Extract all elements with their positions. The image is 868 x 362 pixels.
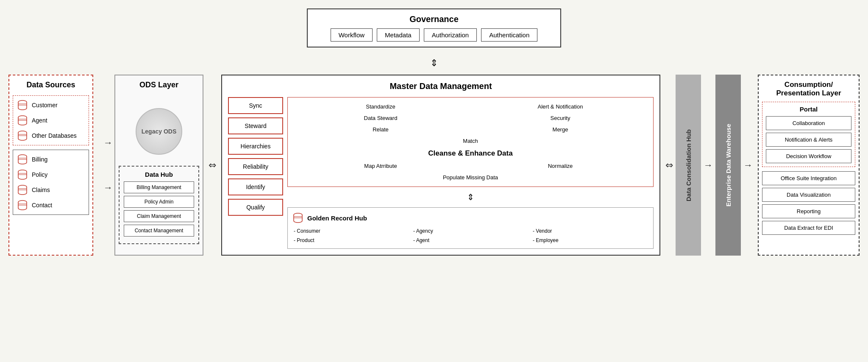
mdm-title: Master Data Management: [228, 81, 654, 91]
legacy-ods: Legacy ODS: [136, 108, 182, 155]
portal-group: Portal Collaboration Notification & Aler…: [762, 102, 855, 167]
data-consolidation-label: Data Consolidation Hub: [685, 129, 692, 201]
consumption-data-extract: Data Extract for EDI: [762, 221, 855, 235]
mdm-map-attribute: Map Atrribute: [292, 161, 469, 171]
governance-arrow: ⇕: [8, 58, 860, 69]
consumption-data-viz: Data Visualization: [762, 188, 855, 202]
mdm-btn-hierarchies: Hierarchies: [228, 138, 283, 155]
hub-policy: Policy Admin: [124, 196, 194, 208]
ds-claims: Claims: [17, 184, 85, 196]
data-sources-group2: Billing Policy: [13, 150, 89, 215]
mdm-standardize: Standardize: [292, 102, 469, 111]
mdm-updown-arrow: ⇕: [287, 192, 654, 202]
hub-claim: Claim Management: [124, 210, 194, 222]
arrow-mdm-consolidation: ⇔: [665, 75, 674, 256]
database-icon-policy: [17, 169, 28, 181]
hub-billing: Billing Management: [124, 181, 194, 193]
governance-workflow: Workflow: [331, 28, 373, 42]
database-icon-agent: [17, 114, 28, 126]
data-sources-title: Data Sources: [13, 81, 89, 89]
database-icon-otherdbs: [17, 130, 28, 142]
database-icon-customer: [17, 99, 28, 111]
mdm-btn-reliability: Reliability: [228, 158, 283, 175]
ds-customer: Customer: [17, 99, 85, 111]
mdm-row3: Relate Merge: [292, 125, 649, 134]
ds-billing-label: Billing: [32, 156, 47, 163]
arrow-ds-ods: → →: [102, 75, 114, 256]
mdm-data-steward: Data Steward: [292, 113, 469, 123]
governance-items: Workflow Metadata Authorization Authenti…: [320, 28, 548, 42]
golden-record-title: Golden Record Hub: [307, 214, 367, 222]
mdm-cleanse: Cleanse & Enhance Data: [292, 146, 649, 161]
mdm-merge: Merge: [472, 125, 649, 134]
database-icon-contact: [17, 199, 28, 211]
ds-otherdbs-label: Other Databases: [32, 132, 77, 139]
portal-decision-workflow: Decision Workflow: [766, 149, 851, 163]
data-hub-title: Data Hub: [124, 171, 194, 178]
consumption-reporting: Reporting: [762, 204, 855, 218]
arrow-edw-consumption: →: [743, 75, 754, 256]
mdm-buttons: Sync Steward Hierarchies Reliability Ide…: [228, 97, 283, 249]
ds-billing: Billing: [17, 153, 85, 165]
ds-policy: Policy: [17, 169, 85, 181]
ds-customer-label: Customer: [32, 102, 58, 109]
golden-consumer: - Consumer: [292, 227, 410, 235]
mdm-normalize: Normalize: [472, 161, 649, 171]
ods-title: ODS Layer: [139, 81, 178, 89]
arrow-ods-mdm: ⇔: [208, 75, 217, 256]
ods-layer-panel: ODS Layer Legacy ODS Data Hub Billing Ma…: [114, 75, 203, 256]
main-row: Data Sources Customer: [8, 75, 860, 256]
database-icon-billing: [17, 153, 28, 165]
mdm-match: Match: [292, 136, 649, 146]
consumption-panel: Consumption/ Presentation Layer Portal C…: [758, 75, 860, 256]
mdm-populate: Populate Missing Data: [292, 173, 649, 182]
golden-agency: - Agency: [412, 227, 529, 235]
data-hub-box: Data Hub Billing Management Policy Admin…: [119, 166, 199, 244]
data-sources-group1: Customer Agent: [13, 95, 89, 145]
mdm-alert-notification: Alert & Notification: [472, 102, 649, 111]
ds-agent: Agent: [17, 114, 85, 126]
governance-title: Governance: [320, 14, 548, 24]
golden-vendor: - Vendor: [531, 227, 649, 235]
arrow-consolidation-edw: →: [703, 75, 714, 256]
database-icon-claims: [17, 184, 28, 196]
mdm-panel: Master Data Management Sync Steward Hier…: [221, 75, 660, 256]
enterprise-dw-bar: Enterprise Data Warehouse: [715, 75, 741, 256]
mdm-btn-qualify: Qualify: [228, 199, 283, 216]
golden-grid: - Consumer - Agency - Vendor - Product -…: [292, 227, 649, 244]
hub-contact: Contact Management: [124, 225, 194, 237]
ds-policy-label: Policy: [32, 171, 47, 178]
main-container: Governance Workflow Metadata Authorizati…: [8, 8, 860, 256]
mdm-row1: Standardize Alert & Notification: [292, 102, 649, 111]
governance-authentication: Authentication: [481, 28, 537, 42]
mdm-btn-sync: Sync: [228, 97, 283, 114]
mdm-btn-steward: Steward: [228, 117, 283, 134]
golden-agent: - Agent: [412, 237, 529, 244]
portal-notification: Notification & Alerts: [766, 133, 851, 147]
enterprise-dw-label: Enterprise Data Warehouse: [725, 124, 732, 206]
ds-claims-label: Claims: [32, 187, 50, 193]
ds-otherdbs: Other Databases: [17, 130, 85, 142]
golden-record-hub: Golden Record Hub - Consumer - Agency - …: [287, 207, 654, 249]
mdm-right-area: Standardize Alert & Notification Data St…: [287, 97, 654, 249]
mdm-row5: Map Atrribute Normalize: [292, 161, 649, 171]
golden-db-icon: [292, 212, 304, 224]
ds-agent-label: Agent: [32, 117, 47, 124]
mdm-security: Security: [472, 113, 649, 123]
consumption-title: Consumption/ Presentation Layer: [762, 81, 855, 97]
data-consolidation-bar: Data Consolidation Hub: [676, 75, 701, 256]
consumption-office-suite: Office Suite Integration: [762, 171, 855, 185]
mdm-row2: Data Steward Security: [292, 113, 649, 123]
mdm-inner: Sync Steward Hierarchies Reliability Ide…: [228, 97, 654, 249]
governance-section: Governance Workflow Metadata Authorizati…: [8, 8, 860, 47]
golden-product: - Product: [292, 237, 410, 244]
mdm-relate: Relate: [292, 125, 469, 134]
governance-authorization: Authorization: [424, 28, 477, 42]
mdm-data-processing: Standardize Alert & Notification Data St…: [287, 97, 654, 187]
consumption-other-items: Office Suite Integration Data Visualizat…: [762, 171, 855, 235]
portal-collaboration: Collaboration: [766, 116, 851, 130]
governance-metadata: Metadata: [377, 28, 420, 42]
governance-box: Governance Workflow Metadata Authorizati…: [307, 8, 561, 47]
portal-title: Portal: [766, 106, 851, 113]
ds-contact-label: Contact: [32, 202, 52, 209]
